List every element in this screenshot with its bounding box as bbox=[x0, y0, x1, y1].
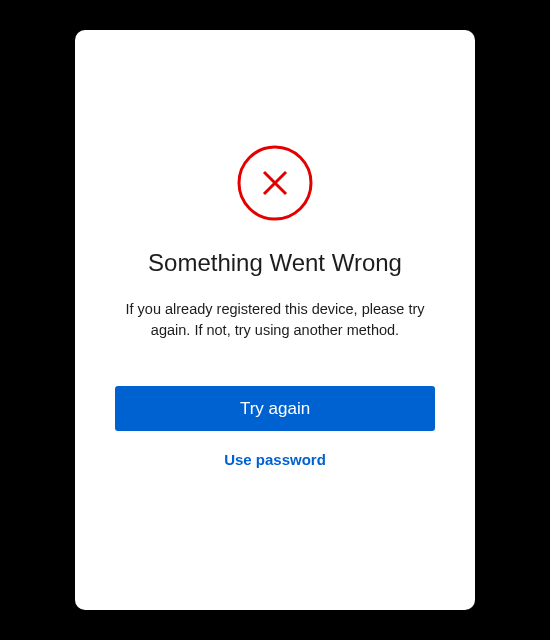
error-dialog: Something Went Wrong If you already regi… bbox=[75, 30, 475, 610]
use-password-button[interactable]: Use password bbox=[224, 451, 326, 468]
error-message: If you already registered this device, p… bbox=[125, 299, 425, 341]
try-again-button[interactable]: Try again bbox=[115, 386, 435, 431]
error-title: Something Went Wrong bbox=[148, 249, 402, 277]
x-circle-icon bbox=[237, 145, 313, 225]
